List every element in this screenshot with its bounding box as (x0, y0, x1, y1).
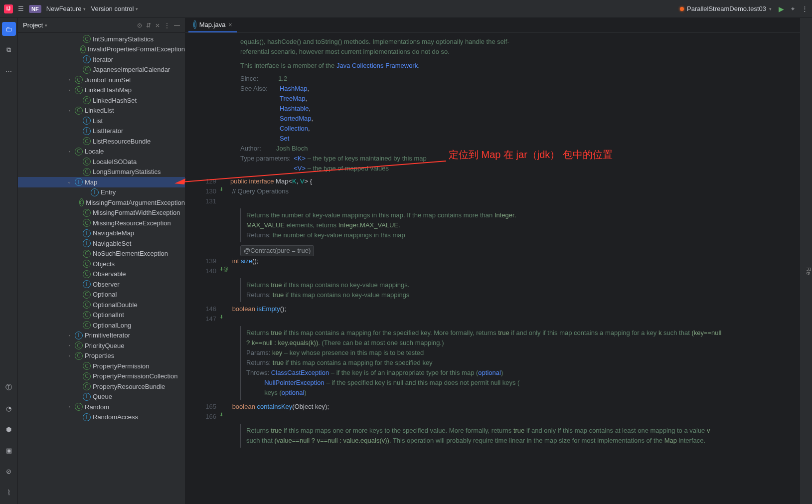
expand-all-icon[interactable]: ⇵ (146, 22, 151, 29)
tree-node-objects[interactable]: CObjects (18, 259, 185, 269)
select-opened-file-icon[interactable]: ⊙ (137, 22, 142, 29)
project-tree[interactable]: CIntSummaryStatisticsCInvalidPropertiesF… (18, 33, 185, 504)
tree-node-optionallong[interactable]: COptionalLong (18, 320, 185, 331)
gutter-icon[interactable]: ⬇@ (219, 264, 228, 274)
chevron-down-icon[interactable]: ▾ (45, 23, 47, 28)
tree-node-nosuchelementexception[interactable]: CNoSuchElementException (18, 249, 185, 259)
tree-node-map[interactable]: ⌄IMap (18, 177, 185, 187)
tree-node-entry[interactable]: IEntry (18, 187, 185, 198)
left-tool-strip: 🗀 ⧉ ⋯ Ⓣ ◔ ⬢ ▣ ⊘ ᚱ (0, 18, 18, 504)
vcs-tool-button[interactable]: ᚱ (2, 485, 16, 499)
tree-node-optional[interactable]: COptional (18, 290, 185, 300)
close-tab-icon[interactable]: × (228, 21, 232, 28)
gutter-icon[interactable]: ⬇ (219, 312, 223, 322)
run-button[interactable]: ▶ (779, 5, 784, 13)
tree-node-propertypermissioncollection[interactable]: CPropertyPermissionCollection (18, 371, 185, 382)
tree-node-random[interactable]: ›CRandom (18, 402, 185, 412)
class-icon: C (83, 311, 91, 319)
tree-node-japaneseimperialcalendar[interactable]: CJapaneseImperialCalendar (18, 65, 185, 75)
tree-node-missingformatargumentexception[interactable]: CMissingFormatArgumentException (18, 197, 185, 208)
main-menu-icon[interactable]: ☰ (18, 5, 24, 12)
title-bar: IJ ☰ NF NewFeature▾ Version control▾ Par… (0, 0, 812, 18)
vcs-dropdown[interactable]: Version control▾ (91, 5, 138, 12)
class-icon: C (75, 352, 83, 360)
tree-node-listiterator[interactable]: IListIterator (18, 126, 185, 137)
contract-annotation: @Contract(pure = true) (240, 245, 314, 256)
tree-node-navigableset[interactable]: INavigableSet (18, 238, 185, 249)
line-number: 131 (185, 196, 230, 206)
class-icon: C (83, 301, 91, 309)
services-tool-button[interactable]: ⬢ (2, 422, 16, 436)
doc-value: 1.2 (278, 74, 287, 84)
tab-map-java[interactable]: I Map.java × (188, 18, 237, 32)
tree-node-observable[interactable]: CObservable (18, 269, 185, 280)
see-also-list: HashMap,TreeMap,Hashtable,SortedMap,Coll… (280, 84, 313, 144)
line-number: 165 (185, 402, 230, 412)
tree-node-properties[interactable]: ›CProperties (18, 351, 185, 361)
tree-node-observer[interactable]: IObserver (18, 279, 185, 290)
doc-label: Type parameters: (240, 154, 291, 173)
code-editor[interactable]: equals(), hashCode() and toString() meth… (185, 33, 800, 504)
tree-node-localeisodata[interactable]: CLocaleISOData (18, 157, 185, 167)
doc-label: See Also: (240, 84, 268, 144)
tree-node-linkedhashset[interactable]: CLinkedHashSet (18, 95, 185, 106)
class-icon: C (83, 219, 91, 227)
doc-label: Author: (240, 144, 261, 154)
interface-icon: I (83, 127, 91, 135)
tree-node-listresourcebundle[interactable]: CListResourceBundle (18, 136, 185, 147)
ij-logo: IJ (4, 4, 13, 13)
tree-node-propertypermission[interactable]: CPropertyPermission (18, 361, 185, 371)
tree-node-longsummarystatistics[interactable]: CLongSummaryStatistics (18, 167, 185, 177)
tree-node-queue[interactable]: IQueue (18, 392, 185, 402)
collapse-all-icon[interactable]: ⤫ (155, 22, 160, 29)
gutter-icon[interactable]: ⬇ (219, 410, 223, 420)
tree-node-list[interactable]: IList (18, 116, 185, 126)
tree-node-optionaldouble[interactable]: COptionalDouble (18, 300, 185, 310)
terminal-tool-button[interactable]: ▣ (2, 443, 16, 457)
tree-node-propertyresourcebundle[interactable]: CPropertyResourceBundle (18, 381, 185, 392)
tree-node-navigablemap[interactable]: INavigableMap (18, 228, 185, 239)
structure-tool-button[interactable]: ⧉ (2, 43, 16, 57)
project-tool-button[interactable]: 🗀 (2, 22, 16, 36)
tree-node-optionalint[interactable]: COptionalInt (18, 310, 185, 321)
class-icon: C (83, 96, 91, 104)
tree-node-jumboenumset[interactable]: ›CJumboEnumSet (18, 75, 185, 85)
tree-node-iterator[interactable]: IIterator (18, 54, 185, 65)
line-number: 130 (185, 186, 230, 196)
class-icon: C (83, 209, 91, 217)
interface-icon: I (83, 55, 91, 63)
tree-node-primitiveiterator[interactable]: ›IPrimitiveIterator (18, 331, 185, 341)
run-config-dropdown[interactable]: ParallelStreamDemo.test03▾ (680, 5, 772, 12)
doc-block: Returns true if this map contains no key… (240, 278, 729, 302)
interface-icon: I (83, 413, 91, 421)
panel-options-icon[interactable]: ⋮ (164, 22, 170, 29)
chevron-down-icon: ▾ (769, 6, 772, 11)
tree-node-linkedhashmap[interactable]: ›CLinkedHashMap (18, 85, 185, 96)
doc-text: referential scenario, however most curre… (240, 47, 800, 57)
profiler-tool-button[interactable]: ◔ (2, 401, 16, 415)
debug-button[interactable]: ⌖ (791, 5, 795, 13)
project-badge: NF (29, 5, 41, 13)
more-tool-button[interactable]: ⋯ (2, 64, 16, 78)
build-tool-button[interactable]: Ⓣ (2, 380, 16, 394)
class-icon: C (83, 137, 91, 145)
problems-tool-button[interactable]: ⊘ (2, 464, 16, 478)
tree-node-missingformatwidthexception[interactable]: CMissingFormatWidthException (18, 208, 185, 218)
class-icon: C (83, 250, 91, 258)
tree-node-locale[interactable]: ›CLocale (18, 147, 185, 157)
gutter-icon[interactable]: ⬇ (219, 184, 223, 194)
line-number: 166 (185, 412, 230, 422)
tree-node-missingresourceexception[interactable]: CMissingResourceException (18, 218, 185, 228)
tree-node-priorityqueue[interactable]: ›CPriorityQueue (18, 340, 185, 351)
class-icon: C (80, 45, 86, 53)
tree-node-linkedlist[interactable]: ›CLinkedList (18, 106, 185, 116)
tree-node-intsummarystatistics[interactable]: CIntSummaryStatistics (18, 34, 185, 44)
tree-node-invalidpropertiesformatexception[interactable]: CInvalidPropertiesFormatException (18, 44, 185, 55)
doc-text: This interface is a member of the (240, 62, 336, 69)
branch-dropdown[interactable]: NewFeature▾ (46, 5, 86, 12)
doc-text: – the type of keys maintained by this ma… (306, 155, 427, 162)
doc-link[interactable]: Java Collections Framework (336, 62, 418, 69)
tree-node-randomaccess[interactable]: IRandomAccess (18, 412, 185, 423)
more-actions-icon[interactable]: ⋮ (802, 5, 808, 12)
hide-panel-icon[interactable]: — (174, 22, 180, 29)
